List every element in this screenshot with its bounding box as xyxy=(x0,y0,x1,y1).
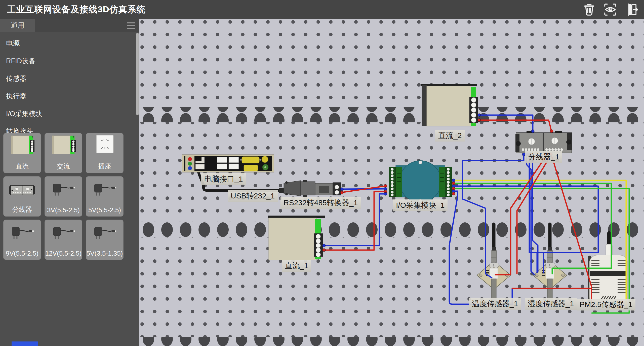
label-humidity-sensor: 湿度传感器_1 xyxy=(525,298,577,310)
exit-icon xyxy=(624,2,639,17)
sidebar-scrollbar[interactable] xyxy=(136,33,139,115)
palette-card-5v-135[interactable]: 5V(3.5-1.35) xyxy=(86,220,124,260)
sidebar-item-actuator[interactable]: 执行器 xyxy=(0,87,139,105)
socket-icon xyxy=(86,133,123,160)
label-usb232: USB转232_1 xyxy=(228,190,278,202)
sidebar-item-rfid[interactable]: RFID设备 xyxy=(0,52,139,70)
label-computer-port: 电脑接口_1 xyxy=(201,173,246,185)
dc-module-icon xyxy=(4,133,41,160)
trash-icon xyxy=(582,2,596,17)
component-sidebar: 通用 电源 RFID设备 传感器 执行器 I/O采集模块 转换接头 直流 交流 xyxy=(0,19,139,346)
label-rs232-485: RS232转485转换器_1 xyxy=(280,197,361,209)
device-splitter[interactable] xyxy=(515,131,572,153)
sidebar-tab-row: 通用 xyxy=(0,19,139,32)
device-computer-port[interactable] xyxy=(182,155,274,172)
menu-hamburger-icon[interactable] xyxy=(127,22,135,29)
label-dc2: 直流_2 xyxy=(435,130,465,142)
device-palette: 直流 交流 插座 分线器 3V(5.5-2.5) 5V(5.5-2.5) xyxy=(3,133,124,260)
power-adapter-icon xyxy=(45,220,82,247)
power-adapter-icon xyxy=(86,177,123,204)
tab-general[interactable]: 通用 xyxy=(0,19,35,32)
label-splitter: 分线器_1 xyxy=(525,151,562,163)
palette-card-3v[interactable]: 3V(5.5-2.5) xyxy=(45,176,82,217)
sidebar-item-power[interactable]: 电源 xyxy=(0,34,139,52)
view-eye-icon xyxy=(603,2,618,17)
label-temp-sensor: 温度传感器_1 xyxy=(469,298,521,310)
ac-module-icon xyxy=(45,133,82,160)
palette-card-5v[interactable]: 5V(5.5-2.5) xyxy=(86,176,124,217)
device-io-module[interactable] xyxy=(389,161,452,203)
label-io-module: I/O采集模块_1 xyxy=(393,199,448,211)
power-adapter-icon xyxy=(86,220,123,247)
sidebar-item-sensor[interactable]: 传感器 xyxy=(0,70,139,87)
exit-button[interactable] xyxy=(624,2,639,17)
palette-card-9v[interactable]: 9V(5.5-2.5) xyxy=(3,220,41,260)
palette-card-splitter[interactable]: 分线器 xyxy=(3,176,41,217)
device-dc2[interactable] xyxy=(421,84,478,126)
palette-card-dc[interactable]: 直流 xyxy=(3,133,41,173)
power-adapter-icon xyxy=(45,177,82,204)
sidebar-item-io-module[interactable]: I/O采集模块 xyxy=(0,105,139,123)
app-window: 工业互联网设备及接线3D仿真系统 xyxy=(0,0,644,346)
power-adapter-icon xyxy=(4,220,41,247)
palette-card-12v[interactable]: 12V(5.5-2.5) xyxy=(45,220,82,260)
top-bar: 工业互联网设备及接线3D仿真系统 xyxy=(0,0,644,19)
bottom-left-indicator xyxy=(12,341,38,346)
app-title: 工业互联网设备及接线3D仿真系统 xyxy=(7,4,146,15)
view-button[interactable] xyxy=(603,2,618,17)
toolbar xyxy=(582,2,639,17)
palette-card-ac[interactable]: 交流 xyxy=(45,133,82,173)
label-pm25-sensor: PM2.5传感器_1 xyxy=(577,299,635,310)
category-menu: 电源 RFID设备 传感器 执行器 I/O采集模块 转换接头 xyxy=(0,34,139,140)
palette-card-socket[interactable]: 插座 xyxy=(86,133,124,173)
delete-button[interactable] xyxy=(582,2,597,17)
label-dc1: 直流_1 xyxy=(282,260,311,272)
device-dc1[interactable] xyxy=(268,216,325,260)
splitter-icon xyxy=(4,177,41,204)
